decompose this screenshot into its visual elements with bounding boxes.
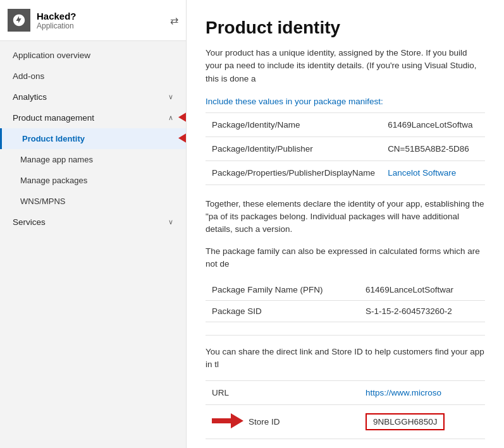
section-text-2: The package family can also be expressed… xyxy=(206,245,485,271)
app-info: Hacked? Application xyxy=(37,11,77,30)
product-identity-row: Product Identity xyxy=(0,128,186,149)
sidebar-item-manage-packages[interactable]: Manage packages xyxy=(0,170,186,191)
store-value-id: 9NBLGGH6850J xyxy=(359,404,485,439)
product-management-row: Product management ∧ xyxy=(0,107,186,128)
app-header: Hacked? Application ⇄ xyxy=(0,0,186,41)
analytics-chevron-icon: ∨ xyxy=(168,93,173,101)
identity-key-1: Package/Identity/Name xyxy=(206,112,381,136)
table-row-store-id: Store ID 9NBLGGH6850J xyxy=(206,404,485,439)
store-key-url: URL xyxy=(206,380,359,404)
section-text-1: Together, these elements declare the ide… xyxy=(206,198,485,236)
sidebar-navigation: Application overview Add-ons Analytics ∨… xyxy=(0,41,186,236)
transfer-icon[interactable]: ⇄ xyxy=(170,15,178,27)
sidebar-item-product-identity[interactable]: Product Identity xyxy=(0,128,186,149)
pfn-value-1: 61469LanceLotSoftwar xyxy=(359,279,485,301)
section-divider xyxy=(206,335,485,336)
store-key-protocol: Store protocol link xyxy=(206,439,359,448)
app-type: Application xyxy=(37,21,77,30)
store-id-value: 9NBLGGH6850J xyxy=(366,413,445,430)
page-title: Product identity xyxy=(206,18,485,38)
store-section-desc: You can share the direct link and Store … xyxy=(206,346,485,372)
store-key-id: Store ID xyxy=(206,404,359,439)
store-table: URL https://www.microso Store ID 9NBLGGH… xyxy=(206,380,485,449)
include-label: Include these values in your package man… xyxy=(206,97,485,106)
sidebar-item-manage-app-names[interactable]: Manage app names xyxy=(0,149,186,170)
identity-key-3: Package/Properties/PublisherDisplayName xyxy=(206,160,381,185)
pfn-key-2: Package SID xyxy=(206,301,359,322)
app-logo-icon xyxy=(12,13,26,27)
table-row: Package Family Name (PFN) 61469LanceLotS… xyxy=(206,279,485,301)
product-management-chevron-icon: ∧ xyxy=(168,114,173,122)
app-icon xyxy=(8,9,30,32)
store-id-arrow xyxy=(212,412,243,432)
store-value-url: https://www.microso xyxy=(359,380,485,404)
identity-table: Package/Identity/Name 61469LanceLotSoftw… xyxy=(206,112,485,185)
sidebar-item-analytics[interactable]: Analytics ∨ xyxy=(0,87,186,107)
app-name: Hacked? xyxy=(37,11,77,21)
table-row: Package/Identity/Publisher CN=51B5A8B2-5… xyxy=(206,136,485,160)
sidebar-item-wns-mpns[interactable]: WNS/MPNS xyxy=(0,191,186,212)
sidebar-item-app-overview[interactable]: Application overview xyxy=(0,45,186,66)
pfn-table: Package Family Name (PFN) 61469LanceLotS… xyxy=(206,279,485,322)
table-row: Package/Identity/Name 61469LanceLotSoftw… xyxy=(206,112,485,136)
pfn-key-1: Package Family Name (PFN) xyxy=(206,279,359,301)
table-row: Package SID S-1-15-2-604573260-2 xyxy=(206,301,485,322)
identity-value-1: 61469LanceLotSoftwa xyxy=(381,112,485,136)
table-row: Package/Properties/PublisherDisplayName … xyxy=(206,160,485,185)
sidebar: Hacked? Application ⇄ Application overvi… xyxy=(0,0,187,448)
sidebar-item-add-ons[interactable]: Add-ons xyxy=(0,66,186,87)
identity-key-2: Package/Identity/Publisher xyxy=(206,136,381,160)
identity-value-3: Lancelot Software xyxy=(381,160,485,185)
table-row: URL https://www.microso xyxy=(206,380,485,404)
main-content: Product identity Your product has a uniq… xyxy=(187,0,504,448)
svg-marker-2 xyxy=(212,413,243,428)
main-description: Your product has a unique identity, assi… xyxy=(206,47,485,85)
sidebar-item-services[interactable]: Services ∨ xyxy=(0,212,186,233)
services-chevron-icon: ∨ xyxy=(168,218,173,226)
identity-value-2: CN=51B5A8B2-5D86 xyxy=(381,136,485,160)
sidebar-item-product-management[interactable]: Product management ∧ xyxy=(0,107,186,128)
store-value-protocol: ms-windows-store:// xyxy=(359,439,485,448)
pfn-value-2: S-1-15-2-604573260-2 xyxy=(359,301,485,322)
table-row: Store protocol link ms-windows-store:// xyxy=(206,439,485,448)
